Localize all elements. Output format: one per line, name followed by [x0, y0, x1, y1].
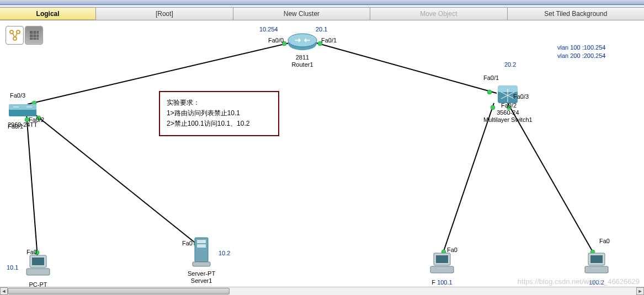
- svg-rect-47: [436, 255, 448, 263]
- server-ip: 10.2: [219, 250, 230, 256]
- view-tabbar: Logical [Root] New Cluster Move Object S…: [0, 8, 644, 20]
- server-model: Server-PT: [188, 270, 215, 277]
- svg-rect-43: [197, 240, 206, 243]
- pc-left-ip: 10.1: [7, 264, 18, 271]
- svg-point-29: [288, 34, 317, 47]
- device-pc-100[interactable]: F 100.1vlan 100: [428, 252, 456, 289]
- links-layer: [0, 20, 644, 289]
- switch-right-model: 3560-24: [497, 109, 519, 116]
- pc100-port: Fa0: [447, 246, 457, 253]
- svg-rect-48: [430, 266, 454, 273]
- device-pc-left[interactable]: PC-PT: [24, 254, 52, 288]
- server-name: Server1: [191, 277, 212, 284]
- scroll-left-arrow[interactable]: ◄: [0, 287, 8, 295]
- tab-root[interactable]: [Root]: [96, 8, 233, 20]
- svg-line-15: [508, 103, 596, 258]
- tab-new-cluster[interactable]: New Cluster: [233, 8, 370, 20]
- router-ip-right: 20.1: [316, 26, 327, 33]
- svg-rect-40: [32, 258, 44, 265]
- horizontal-scrollbar[interactable]: ◄ ►: [0, 287, 644, 295]
- router-name: Router1: [291, 61, 313, 68]
- svg-rect-41: [26, 269, 50, 275]
- switch-right-port-l: Fa0/2: [501, 102, 517, 109]
- svg-line-14: [441, 103, 494, 258]
- req-line2: 2>禁止100.1访问10.1、10.2: [167, 119, 272, 129]
- requirements-box: 实验要求： 1>路由访问列表禁止10.1 2>禁止100.1访问10.1、10.…: [159, 91, 279, 136]
- router-port-left: Fa0/0: [268, 37, 284, 44]
- switch-right-name: Multilayer Switch1: [483, 116, 533, 123]
- app-window: Logical [Root] New Cluster Move Object S…: [0, 0, 644, 295]
- vlan-note-2: vlan 200 :200.254: [557, 52, 605, 59]
- svg-rect-44: [197, 244, 206, 248]
- switch-right-port-rtr: Fa0/1: [483, 74, 499, 81]
- switch-left-port-srv: Fa0/2: [29, 116, 44, 123]
- pc200-port: Fa0: [599, 238, 610, 244]
- vlan-note: vlan 100 :100.254 vlan 200 :200.254: [557, 44, 605, 61]
- svg-rect-50: [590, 255, 603, 263]
- device-router[interactable]: 2811Router1: [287, 31, 318, 68]
- svg-line-11: [315, 42, 497, 93]
- vlan-note-1: vlan 100 :100.254: [557, 44, 605, 51]
- router-port-right: Fa0/1: [321, 37, 337, 44]
- topology-canvas[interactable]: 2811Router1 10.254 20.1 Fa0/0 Fa0/1 2960…: [0, 20, 644, 289]
- watermark: https://blog.csdn.net/weixin_46626629: [518, 277, 640, 286]
- switch-left-port-pc: Fa0/1: [8, 123, 23, 130]
- pc100-ip: 100.1: [437, 279, 453, 286]
- tab-logical[interactable]: Logical: [0, 8, 96, 20]
- pc100-prefix: F: [432, 279, 435, 286]
- svg-rect-45: [193, 262, 210, 266]
- req-line1: 1>路由访问列表禁止10.1: [167, 108, 272, 119]
- router-ip-left: 10.254: [259, 26, 278, 33]
- tab-move-object: Move Object: [370, 8, 507, 20]
- server-port: Fa0: [182, 240, 193, 246]
- switch-left-port-up: Fa0/3: [10, 92, 25, 99]
- router-model: 2811: [296, 54, 309, 61]
- switch-right-port-r: Fa0/3: [513, 93, 529, 100]
- titlebar: [0, 0, 644, 5]
- switch-right-ip: 20.2: [504, 61, 516, 68]
- pc-left-port: Fa0: [26, 249, 37, 255]
- req-title: 实验要求：: [167, 98, 272, 108]
- scroll-thumb[interactable]: [8, 288, 230, 294]
- tab-set-bg[interactable]: Set Tiled Background: [508, 8, 644, 20]
- svg-rect-51: [585, 266, 608, 273]
- svg-rect-31: [9, 104, 36, 110]
- scroll-right-arrow[interactable]: ►: [636, 287, 644, 295]
- svg-line-12: [26, 114, 38, 258]
